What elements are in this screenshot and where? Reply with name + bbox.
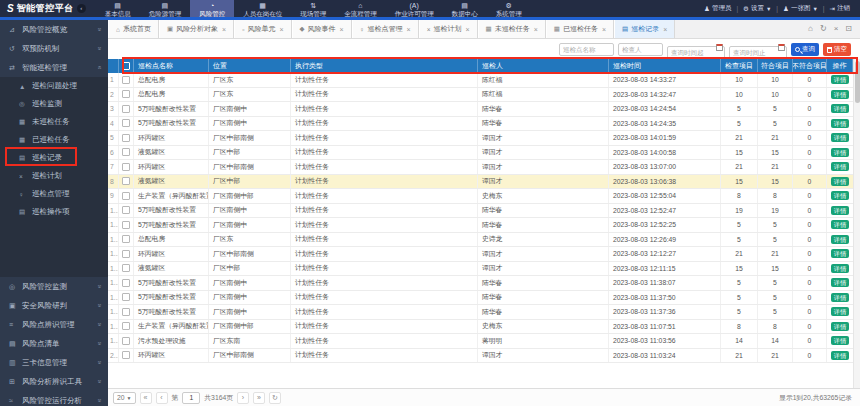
page-size-select[interactable]: 20▼ [113, 392, 136, 404]
table-row[interactable]: 1... 环丙罐区 厂区中部南侧 计划性任务 谭国才 2023-08-03 12… [108, 247, 853, 262]
reload-button[interactable]: ↻ [269, 392, 281, 404]
detail-button[interactable]: 详情 [831, 148, 849, 157]
home-icon[interactable]: ⌂ [808, 25, 813, 33]
table-row[interactable]: 6 液氨罐区 厂区中部 计划性任务 谭国才 2023-08-03 14:00:5… [108, 146, 853, 161]
table-row[interactable]: 1... 5万吨酸酐改性装置 厂区南侧中 计划性任务 陆华春 2023-08-0… [108, 204, 853, 219]
sidebar-item[interactable]: ▲ 巡检问题处理 [0, 77, 108, 95]
row-checkbox[interactable] [122, 177, 130, 185]
nav-menu-item[interactable]: ▤ 基本信息 [96, 0, 140, 17]
inspector-input[interactable] [618, 43, 663, 56]
table-row[interactable]: 1... 5万吨酸酐改性装置 厂区南侧中 计划性任务 陆华春 2023-08-0… [108, 218, 853, 233]
sidebar-group[interactable]: ▣ 安全风险研判 » [0, 296, 108, 315]
sidebar-group[interactable]: ▥ 三卡信息管理 » [0, 353, 108, 372]
sidebar-group[interactable]: ⊿ 风险管控概览 » [0, 20, 108, 39]
refresh-icon[interactable]: ↻ [820, 25, 827, 33]
sidebar-item[interactable]: ▦ 未巡检任务 [0, 113, 108, 131]
detail-button[interactable]: 详情 [831, 191, 849, 200]
row-checkbox[interactable] [122, 337, 130, 345]
table-row[interactable]: 1... 液氨罐区 厂区中部 计划性任务 谭国才 2023-08-03 12:1… [108, 262, 853, 277]
sidebar-item[interactable]: ◎ 巡检监测 [0, 95, 108, 113]
detail-button[interactable]: 详情 [831, 264, 849, 273]
tab[interactable]: ⌂ 系统首页 [108, 20, 159, 38]
sidebar-group[interactable]: ⇄ 智能巡检管理 » [0, 58, 108, 77]
tab-close-icon[interactable]: × [340, 26, 344, 33]
current-user[interactable]: ♟管理员 [704, 4, 731, 13]
tab[interactable]: ▫ 风险单元 × [234, 20, 291, 38]
sidebar-collapse-button[interactable]: ‹ [77, 4, 86, 13]
tab-close-icon[interactable]: × [407, 26, 411, 33]
row-checkbox[interactable] [122, 351, 130, 359]
sidebar-group[interactable]: ≈ 风险管控运行分析 » [0, 391, 108, 406]
table-row[interactable]: 1... 污水预处理设施 厂区东南 计划性任务 蒋明明 2023-08-03 1… [108, 334, 853, 349]
nav-menu-item[interactable]: ◔ 风险管控 [190, 0, 234, 17]
row-checkbox[interactable] [122, 293, 130, 301]
tab[interactable]: ▦ 未巡检任务 × [478, 20, 546, 38]
time-from-input[interactable] [667, 46, 725, 59]
table-row[interactable]: 2 总配电房 厂区东 计划性任务 陈红福 2023-08-03 14:32:47… [108, 88, 853, 103]
row-checkbox[interactable] [122, 206, 130, 214]
row-checkbox[interactable] [122, 119, 130, 127]
sidebar-group[interactable]: ◎ 风险管控监测 » [0, 277, 108, 296]
tab[interactable]: ♀ 巡检点管理 × [352, 20, 419, 38]
nav-menu-item[interactable]: ⇅ 现场管理 [291, 0, 335, 17]
row-checkbox[interactable] [122, 235, 130, 243]
row-checkbox[interactable] [122, 322, 130, 330]
table-row[interactable]: 1... 总配电房 厂区东 计划性任务 史诗龙 2023-08-03 12:26… [108, 233, 853, 248]
select-all-checkbox[interactable] [122, 62, 130, 70]
tab[interactable]: ▤ 巡检记录 × [614, 20, 675, 38]
tab[interactable]: × 巡检计划 × [419, 20, 478, 38]
time-to-input[interactable] [729, 46, 787, 59]
nav-menu-item[interactable]: ▦ 人员在岗在位 [234, 0, 291, 17]
detail-button[interactable]: 详情 [831, 206, 849, 215]
sidebar-group[interactable]: ⊞ 风险分析辨识工具 » [0, 372, 108, 391]
nav-menu-item[interactable]: ▤ 数据中心 [443, 0, 487, 17]
sidebar-item[interactable]: ▤ 巡检操作项 [0, 203, 108, 221]
table-row[interactable]: 3 5万吨酸酐改性装置 厂区南侧中 计划性任务 陆华春 2023-08-03 1… [108, 102, 853, 117]
row-checkbox[interactable] [122, 279, 130, 287]
table-row[interactable]: 5 环丙罐区 厂区中部南侧 计划性任务 谭国才 2023-08-03 14:01… [108, 131, 853, 146]
prev-page-button[interactable]: ‹ [156, 392, 168, 404]
table-row[interactable]: 1... 5万吨酸酐改性装置 厂区南侧中 计划性任务 陆华春 2023-08-0… [108, 276, 853, 291]
row-checkbox[interactable] [122, 90, 130, 98]
row-checkbox[interactable] [122, 134, 130, 142]
detail-button[interactable]: 详情 [831, 351, 849, 360]
tab[interactable]: ◆ 风险事件 × [292, 20, 352, 38]
table-row[interactable]: 2... 环丙罐区 厂区中部南侧 计划性任务 谭国才 2023-08-03 11… [108, 349, 853, 364]
search-button[interactable]: 查询 [791, 43, 819, 56]
tab-close-icon[interactable]: × [663, 26, 667, 33]
tab-close-icon[interactable]: × [534, 26, 538, 33]
logout-button[interactable]: ⇥注销 [830, 4, 850, 13]
row-checkbox[interactable] [122, 221, 130, 229]
row-checkbox[interactable] [122, 163, 130, 171]
detail-button[interactable]: 详情 [831, 104, 849, 113]
detail-button[interactable]: 详情 [831, 90, 849, 99]
detail-button[interactable]: 详情 [831, 293, 849, 302]
sidebar-group[interactable]: ↺ 双预防机制 » [0, 39, 108, 58]
detail-button[interactable]: 详情 [831, 162, 849, 171]
nav-menu-item[interactable]: (A) 作业许可管理 [386, 0, 443, 17]
table-row[interactable]: 1... 5万吨酸酐改性装置 厂区南侧中 计划性任务 陆华春 2023-08-0… [108, 291, 853, 306]
fullscreen-icon[interactable]: ⊡ [845, 25, 852, 33]
sidebar-group[interactable]: ≡ 风险点辨识管理 » [0, 315, 108, 334]
sidebar-item[interactable]: ▦ 已巡检任务 [0, 131, 108, 149]
table-row[interactable]: 1 总配电房 厂区东 计划性任务 陈红福 2023-08-03 14:33:27… [108, 73, 853, 88]
detail-button[interactable]: 详情 [831, 119, 849, 128]
table-row[interactable]: 7 环丙罐区 厂区中部南侧 计划性任务 谭国才 2023-08-03 13:07… [108, 160, 853, 175]
row-checkbox[interactable] [122, 105, 130, 113]
tab-close-icon[interactable]: × [602, 26, 606, 33]
next-page-button[interactable]: › [237, 392, 249, 404]
nav-menu-item[interactable]: ⌂ 全流程管理 [335, 0, 386, 17]
detail-button[interactable]: 详情 [831, 307, 849, 316]
last-page-button[interactable]: » [253, 392, 265, 404]
detail-button[interactable]: 详情 [831, 177, 849, 186]
row-checkbox[interactable] [122, 264, 130, 272]
settings-menu[interactable]: ⚙设置▼ [743, 4, 771, 13]
row-checkbox[interactable] [122, 76, 130, 84]
sidebar-item[interactable]: ▤ 巡检记录 [0, 149, 108, 167]
row-checkbox[interactable] [122, 308, 130, 316]
detail-button[interactable]: 详情 [831, 278, 849, 287]
sidebar-group[interactable]: ▤ 风险点清单 » [0, 334, 108, 353]
tab-close-icon[interactable]: × [465, 26, 469, 33]
detail-button[interactable]: 详情 [831, 75, 849, 84]
current-page-input[interactable]: 1 [182, 392, 200, 404]
